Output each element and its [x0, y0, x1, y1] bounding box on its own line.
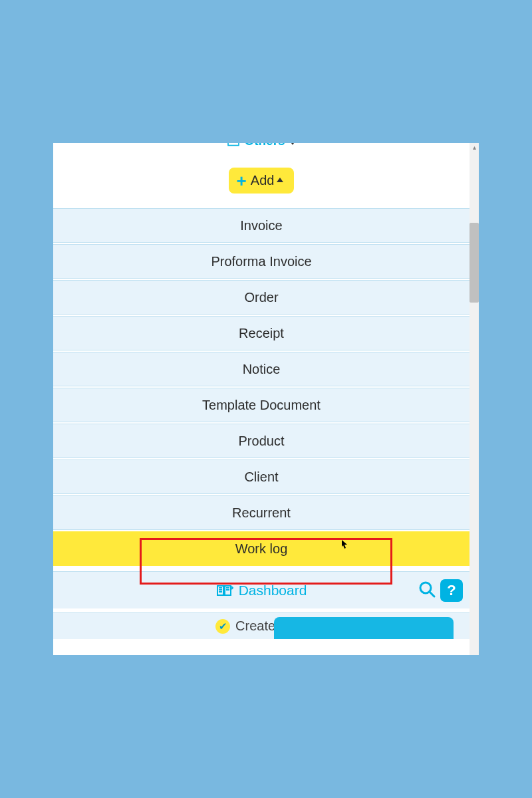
dashboard-right-icons: ? — [418, 579, 463, 602]
menu-item-receipt[interactable]: Receipt — [53, 316, 469, 350]
dashboard-row: Dashboard ? — [53, 571, 469, 608]
scroll-up-arrow-icon[interactable]: ▴ — [471, 144, 477, 151]
nav-others[interactable]: Others — [53, 143, 469, 153]
menu-item-label: Order — [244, 290, 278, 305]
menu-item-label: Receipt — [239, 326, 284, 341]
add-button-label: Add — [251, 173, 275, 188]
scrollbar-thumb[interactable] — [469, 223, 479, 303]
menu-item-label: Work log — [235, 541, 288, 557]
help-icon-text: ? — [447, 582, 456, 599]
bottom-row: ✔ Create acco — [53, 612, 469, 639]
dashboard-link[interactable]: Dashboard — [216, 583, 307, 598]
menu-item-notice[interactable]: Notice — [53, 352, 469, 386]
chevron-down-icon — [289, 143, 296, 145]
menu-item-label: Invoice — [240, 218, 282, 233]
add-button-row: + Add — [53, 153, 469, 208]
add-button[interactable]: + Add — [229, 168, 295, 194]
menu-item-label: Recurrent — [232, 505, 291, 521]
menu-item-product[interactable]: Product — [53, 424, 469, 458]
chevron-up-icon — [277, 178, 283, 182]
menu-item-recurrent[interactable]: Recurrent — [53, 495, 469, 530]
menu-item-label: Proforma Invoice — [211, 254, 311, 269]
menu-item-label: Client — [244, 469, 278, 485]
scrollbar-track[interactable]: ▴ — [469, 143, 479, 655]
help-icon[interactable]: ? — [440, 579, 463, 602]
menu-item-label: Template Document — [202, 398, 321, 413]
menu-item-order[interactable]: Order — [53, 280, 469, 315]
add-menu: Invoice Proforma Invoice Order Receipt N… — [53, 208, 469, 566]
nav-others-label: Others — [244, 143, 285, 148]
app-frame: ▴ Others + Add Invoice P — [53, 143, 479, 655]
menu-item-work-log[interactable]: Work log — [53, 531, 469, 566]
plus-icon: + — [237, 175, 247, 187]
search-icon[interactable] — [418, 580, 436, 601]
dashboard-label: Dashboard — [239, 583, 307, 598]
menu-item-proforma-invoice[interactable]: Proforma Invoice — [53, 244, 469, 279]
menu-item-template-document[interactable]: Template Document — [53, 388, 469, 422]
content-area: Others + Add Invoice Proforma Invoice Or… — [53, 143, 469, 655]
primary-cta-button[interactable] — [274, 617, 454, 639]
folder-icon — [227, 143, 240, 146]
svg-line-1 — [430, 592, 434, 597]
menu-item-label: Product — [239, 434, 285, 449]
menu-item-label: Notice — [243, 362, 281, 377]
book-icon — [216, 584, 233, 597]
check-icon: ✔ — [215, 619, 230, 634]
cursor-pointer-icon — [338, 539, 351, 557]
menu-item-client[interactable]: Client — [53, 460, 469, 494]
menu-item-invoice[interactable]: Invoice — [53, 208, 469, 243]
